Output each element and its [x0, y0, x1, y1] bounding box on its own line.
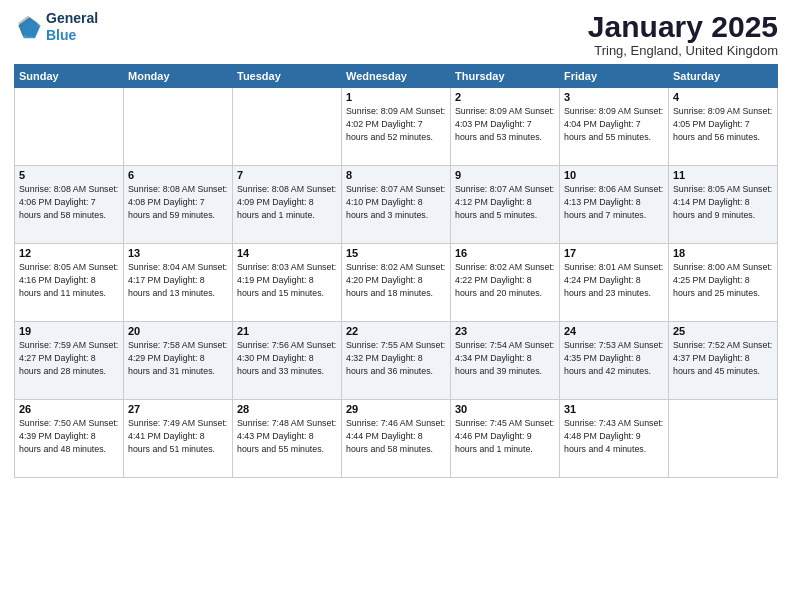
cell-date-number: 24 [564, 325, 664, 337]
header: General Blue January 2025 Tring, England… [14, 10, 778, 58]
cell-info-text: Sunrise: 8:09 AM Sunset: 4:02 PM Dayligh… [346, 105, 446, 143]
cell-info-text: Sunrise: 7:54 AM Sunset: 4:34 PM Dayligh… [455, 339, 555, 377]
calendar-cell: 24Sunrise: 7:53 AM Sunset: 4:35 PM Dayli… [560, 322, 669, 400]
calendar-cell [124, 88, 233, 166]
cell-date-number: 21 [237, 325, 337, 337]
cell-date-number: 31 [564, 403, 664, 415]
calendar-cell: 10Sunrise: 8:06 AM Sunset: 4:13 PM Dayli… [560, 166, 669, 244]
calendar-cell [669, 400, 778, 478]
cell-date-number: 27 [128, 403, 228, 415]
cell-info-text: Sunrise: 8:02 AM Sunset: 4:20 PM Dayligh… [346, 261, 446, 299]
calendar-cell: 28Sunrise: 7:48 AM Sunset: 4:43 PM Dayli… [233, 400, 342, 478]
cell-date-number: 1 [346, 91, 446, 103]
col-sunday: Sunday [15, 65, 124, 88]
calendar-cell: 7Sunrise: 8:08 AM Sunset: 4:09 PM Daylig… [233, 166, 342, 244]
cell-info-text: Sunrise: 8:08 AM Sunset: 4:06 PM Dayligh… [19, 183, 119, 221]
logo-text: General Blue [46, 10, 98, 44]
cell-info-text: Sunrise: 7:55 AM Sunset: 4:32 PM Dayligh… [346, 339, 446, 377]
cell-info-text: Sunrise: 8:01 AM Sunset: 4:24 PM Dayligh… [564, 261, 664, 299]
page: General Blue January 2025 Tring, England… [0, 0, 792, 612]
calendar-cell: 22Sunrise: 7:55 AM Sunset: 4:32 PM Dayli… [342, 322, 451, 400]
cell-info-text: Sunrise: 8:06 AM Sunset: 4:13 PM Dayligh… [564, 183, 664, 221]
calendar-cell [233, 88, 342, 166]
cell-info-text: Sunrise: 8:07 AM Sunset: 4:12 PM Dayligh… [455, 183, 555, 221]
calendar-cell: 25Sunrise: 7:52 AM Sunset: 4:37 PM Dayli… [669, 322, 778, 400]
location: Tring, England, United Kingdom [588, 43, 778, 58]
cell-date-number: 22 [346, 325, 446, 337]
col-saturday: Saturday [669, 65, 778, 88]
calendar-week-4: 19Sunrise: 7:59 AM Sunset: 4:27 PM Dayli… [15, 322, 778, 400]
cell-info-text: Sunrise: 8:09 AM Sunset: 4:03 PM Dayligh… [455, 105, 555, 143]
cell-info-text: Sunrise: 7:48 AM Sunset: 4:43 PM Dayligh… [237, 417, 337, 455]
cell-info-text: Sunrise: 7:53 AM Sunset: 4:35 PM Dayligh… [564, 339, 664, 377]
col-tuesday: Tuesday [233, 65, 342, 88]
calendar-cell: 4Sunrise: 8:09 AM Sunset: 4:05 PM Daylig… [669, 88, 778, 166]
calendar-cell: 14Sunrise: 8:03 AM Sunset: 4:19 PM Dayli… [233, 244, 342, 322]
cell-date-number: 10 [564, 169, 664, 181]
cell-info-text: Sunrise: 7:59 AM Sunset: 4:27 PM Dayligh… [19, 339, 119, 377]
cell-date-number: 20 [128, 325, 228, 337]
cell-info-text: Sunrise: 8:09 AM Sunset: 4:05 PM Dayligh… [673, 105, 773, 143]
calendar-week-5: 26Sunrise: 7:50 AM Sunset: 4:39 PM Dayli… [15, 400, 778, 478]
calendar-cell: 12Sunrise: 8:05 AM Sunset: 4:16 PM Dayli… [15, 244, 124, 322]
cell-info-text: Sunrise: 7:49 AM Sunset: 4:41 PM Dayligh… [128, 417, 228, 455]
calendar-cell: 27Sunrise: 7:49 AM Sunset: 4:41 PM Dayli… [124, 400, 233, 478]
cell-info-text: Sunrise: 8:09 AM Sunset: 4:04 PM Dayligh… [564, 105, 664, 143]
calendar-week-1: 1Sunrise: 8:09 AM Sunset: 4:02 PM Daylig… [15, 88, 778, 166]
calendar-cell: 20Sunrise: 7:58 AM Sunset: 4:29 PM Dayli… [124, 322, 233, 400]
cell-info-text: Sunrise: 8:05 AM Sunset: 4:16 PM Dayligh… [19, 261, 119, 299]
calendar-cell: 21Sunrise: 7:56 AM Sunset: 4:30 PM Dayli… [233, 322, 342, 400]
calendar-week-2: 5Sunrise: 8:08 AM Sunset: 4:06 PM Daylig… [15, 166, 778, 244]
cell-date-number: 26 [19, 403, 119, 415]
logo-icon [14, 13, 42, 41]
cell-info-text: Sunrise: 7:50 AM Sunset: 4:39 PM Dayligh… [19, 417, 119, 455]
calendar-cell: 8Sunrise: 8:07 AM Sunset: 4:10 PM Daylig… [342, 166, 451, 244]
title-area: January 2025 Tring, England, United King… [588, 10, 778, 58]
cell-date-number: 14 [237, 247, 337, 259]
cell-date-number: 12 [19, 247, 119, 259]
calendar-cell: 15Sunrise: 8:02 AM Sunset: 4:20 PM Dayli… [342, 244, 451, 322]
calendar-cell: 9Sunrise: 8:07 AM Sunset: 4:12 PM Daylig… [451, 166, 560, 244]
calendar-week-3: 12Sunrise: 8:05 AM Sunset: 4:16 PM Dayli… [15, 244, 778, 322]
cell-info-text: Sunrise: 8:03 AM Sunset: 4:19 PM Dayligh… [237, 261, 337, 299]
cell-date-number: 6 [128, 169, 228, 181]
calendar-cell: 13Sunrise: 8:04 AM Sunset: 4:17 PM Dayli… [124, 244, 233, 322]
cell-date-number: 28 [237, 403, 337, 415]
cell-info-text: Sunrise: 8:00 AM Sunset: 4:25 PM Dayligh… [673, 261, 773, 299]
calendar-cell: 11Sunrise: 8:05 AM Sunset: 4:14 PM Dayli… [669, 166, 778, 244]
cell-info-text: Sunrise: 7:46 AM Sunset: 4:44 PM Dayligh… [346, 417, 446, 455]
calendar-cell: 1Sunrise: 8:09 AM Sunset: 4:02 PM Daylig… [342, 88, 451, 166]
cell-info-text: Sunrise: 8:05 AM Sunset: 4:14 PM Dayligh… [673, 183, 773, 221]
cell-date-number: 15 [346, 247, 446, 259]
cell-date-number: 19 [19, 325, 119, 337]
col-monday: Monday [124, 65, 233, 88]
cell-info-text: Sunrise: 8:02 AM Sunset: 4:22 PM Dayligh… [455, 261, 555, 299]
cell-date-number: 17 [564, 247, 664, 259]
cell-info-text: Sunrise: 8:07 AM Sunset: 4:10 PM Dayligh… [346, 183, 446, 221]
month-title: January 2025 [588, 10, 778, 43]
col-wednesday: Wednesday [342, 65, 451, 88]
cell-info-text: Sunrise: 7:45 AM Sunset: 4:46 PM Dayligh… [455, 417, 555, 455]
cell-info-text: Sunrise: 7:43 AM Sunset: 4:48 PM Dayligh… [564, 417, 664, 455]
cell-date-number: 25 [673, 325, 773, 337]
calendar-cell: 3Sunrise: 8:09 AM Sunset: 4:04 PM Daylig… [560, 88, 669, 166]
cell-date-number: 30 [455, 403, 555, 415]
cell-date-number: 3 [564, 91, 664, 103]
calendar-cell: 31Sunrise: 7:43 AM Sunset: 4:48 PM Dayli… [560, 400, 669, 478]
calendar-header-row: Sunday Monday Tuesday Wednesday Thursday… [15, 65, 778, 88]
cell-date-number: 9 [455, 169, 555, 181]
cell-date-number: 16 [455, 247, 555, 259]
cell-info-text: Sunrise: 7:58 AM Sunset: 4:29 PM Dayligh… [128, 339, 228, 377]
calendar-cell: 19Sunrise: 7:59 AM Sunset: 4:27 PM Dayli… [15, 322, 124, 400]
calendar-cell: 23Sunrise: 7:54 AM Sunset: 4:34 PM Dayli… [451, 322, 560, 400]
col-friday: Friday [560, 65, 669, 88]
calendar-cell: 16Sunrise: 8:02 AM Sunset: 4:22 PM Dayli… [451, 244, 560, 322]
cell-date-number: 5 [19, 169, 119, 181]
cell-date-number: 23 [455, 325, 555, 337]
cell-info-text: Sunrise: 7:56 AM Sunset: 4:30 PM Dayligh… [237, 339, 337, 377]
cell-info-text: Sunrise: 8:08 AM Sunset: 4:09 PM Dayligh… [237, 183, 337, 221]
col-thursday: Thursday [451, 65, 560, 88]
calendar-cell: 18Sunrise: 8:00 AM Sunset: 4:25 PM Dayli… [669, 244, 778, 322]
cell-info-text: Sunrise: 7:52 AM Sunset: 4:37 PM Dayligh… [673, 339, 773, 377]
cell-date-number: 13 [128, 247, 228, 259]
